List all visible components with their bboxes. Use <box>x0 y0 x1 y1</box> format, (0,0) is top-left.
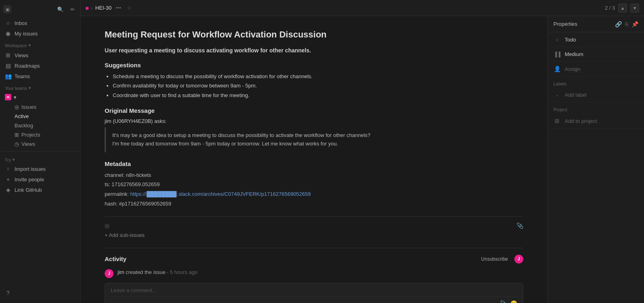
sidebar: ▣ 🔍 ✏ ○ Inbox ◉ My issues Workspace ▾ ⊞ … <box>0 0 80 303</box>
search-icon[interactable]: 🔍 <box>56 5 65 14</box>
sidebar-try-label[interactable]: Try ▾ <box>0 154 80 164</box>
suggestion-item: Schedule a meeting to discuss the possib… <box>113 73 523 81</box>
views-icon: ⊞ <box>5 52 11 58</box>
sidebar-item-inbox[interactable]: ○ Inbox <box>0 18 80 28</box>
sidebar-workspace-label[interactable]: Workspace ▾ <box>0 39 80 49</box>
sub-issues-area: ◎ 📎 <box>105 216 523 229</box>
metadata-permalink: permalink: https://████████.slack.com/ar… <box>105 190 523 199</box>
star-icon[interactable]: ☆ <box>125 4 134 12</box>
sidebar-header-icons: 🔍 ✏ <box>56 5 77 14</box>
github-icon: ◈ <box>5 187 11 193</box>
issue-body: Meeting Request for Workflow Activation … <box>80 16 547 303</box>
main-area: ■ › HEI-30 ••• ☆ 2 / 3 ▲ ▼ Meeting Reque… <box>80 0 644 303</box>
unsubscribe-button[interactable]: Unsubscribe <box>478 255 511 263</box>
comment-emoji-icon[interactable]: 😊 <box>510 300 517 303</box>
property-priority[interactable]: ▐▐ Medium <box>548 47 644 62</box>
sidebar-sub-issues[interactable]: ◎ Issues <box>0 102 80 112</box>
sidebar-sub-views[interactable]: ◷ Views <box>0 139 80 149</box>
breadcrumb-separator: › <box>91 5 93 11</box>
comment-footer: 📎 😊 <box>111 297 517 303</box>
sidebar-nav-section: ○ Inbox ◉ My issues <box>0 17 80 39</box>
priority-value: Medium <box>565 51 583 57</box>
permalink-link[interactable]: https://████████.slack.com/archives/C074… <box>130 191 311 197</box>
sidebar-item-roadmaps[interactable]: ▤ Roadmaps <box>0 60 80 71</box>
topbar-actions: 2 / 3 ▲ ▼ <box>605 4 639 12</box>
metadata-channel: channel: n8n-tickets <box>105 171 523 180</box>
projects-sub-icon: ⊞ <box>14 132 19 138</box>
sidebar-item-label: Views <box>14 52 28 58</box>
add-to-project-value: Add to project <box>565 118 597 124</box>
invite-icon: + <box>5 176 11 183</box>
labels-section-label: Labels <box>548 77 644 88</box>
my-issues-icon: ◉ <box>5 30 11 37</box>
breadcrumb-current: HEI-30 <box>95 5 111 11</box>
add-label-value: Add label <box>565 92 586 98</box>
sidebar-sub-backlog[interactable]: Backlog <box>0 121 80 130</box>
panel-header: Properties 🔗 ⎘ 📌 <box>548 16 644 32</box>
views-sub-icon: ◷ <box>14 141 19 147</box>
status-value: Todo <box>565 37 576 43</box>
sidebar-item-label: Roadmaps <box>14 63 40 69</box>
panel-header-icons: 🔗 ⎘ 📌 <box>615 21 638 27</box>
suggestion-item: Coordinate with user to find a suitable … <box>113 91 523 100</box>
property-add-to-project[interactable]: ⊞ Add to project <box>548 114 644 129</box>
metadata-ts: ts: 1716276569.052659 <box>105 181 523 189</box>
add-sub-issues-button[interactable]: + Add sub-issues <box>105 229 523 241</box>
sidebar-item-link-github[interactable]: ◈ Link GitHub <box>0 185 80 195</box>
sidebar-item-teams[interactable]: 👥 Teams <box>0 71 80 81</box>
panel-link-icon[interactable]: 🔗 <box>615 21 622 27</box>
message-attribution: jim (U06RYH4EZ0B) asks: <box>105 118 523 124</box>
comment-attach-icon[interactable]: 📎 <box>500 300 507 303</box>
issue-subtitle: User requesting a meeting to discuss act… <box>105 47 523 54</box>
sidebar-item-label: Teams <box>14 73 30 79</box>
activity-title: Activity <box>105 255 126 262</box>
panel-copy-icon[interactable]: ⎘ <box>625 21 628 27</box>
metadata-section: channel: n8n-tickets ts: 1716276569.0526… <box>105 171 523 208</box>
app-logo: ▣ <box>3 5 11 13</box>
help-icon: ? <box>5 290 11 296</box>
suggestions-list: Schedule a meeting to discuss the possib… <box>105 73 523 100</box>
compose-icon[interactable]: ✏ <box>68 5 77 14</box>
property-assign[interactable]: 👤 Assign <box>548 62 644 77</box>
sidebar-item-help[interactable]: ? <box>0 288 80 298</box>
property-status[interactable]: ○ Todo <box>548 32 644 47</box>
content-area: Meeting Request for Workflow Activation … <box>80 16 644 303</box>
nav-down-button[interactable]: ▼ <box>630 4 639 12</box>
issue-title: Meeting Request for Workflow Activation … <box>105 29 523 41</box>
panel-pin-icon[interactable]: 📌 <box>632 21 638 27</box>
sidebar-team-item[interactable]: H ▾ <box>0 92 80 102</box>
sidebar-sub-projects[interactable]: ⊞ Projects <box>0 130 80 139</box>
sub-issues-icon: ◎ <box>105 222 109 229</box>
sidebar-item-label: Inbox <box>14 20 27 26</box>
metadata-heading: Metadata <box>105 160 523 167</box>
activity-header-right: Unsubscribe J <box>478 255 523 264</box>
breadcrumb: ■ › HEI-30 ••• ☆ <box>85 4 134 12</box>
properties-panel: Properties 🔗 ⎘ 📌 ○ Todo ▐▐ Medium 👤 Assi… <box>547 16 644 303</box>
sidebar-sub-active[interactable]: Active <box>0 112 80 121</box>
sidebar-item-invite-people[interactable]: + Invite people <box>0 174 80 185</box>
panel-title: Properties <box>553 21 577 27</box>
activity-user-avatar: J <box>105 269 114 278</box>
nav-counter: 2 / 3 <box>605 5 615 11</box>
app-icon-small: ■ <box>85 5 89 11</box>
sidebar-your-teams-label[interactable]: Your teams ▾ <box>0 82 80 92</box>
property-add-label[interactable]: ⬩ Add label <box>548 88 644 102</box>
assign-icon: 👤 <box>553 66 561 72</box>
issues-sub-icon: ◎ <box>14 104 19 110</box>
suggestion-item: Confirm availability for today or tomorr… <box>113 82 523 90</box>
sidebar-bottom: ? <box>0 286 80 300</box>
teams-icon: 👥 <box>5 73 11 79</box>
current-user-avatar: J <box>514 255 523 264</box>
attach-icon[interactable]: 📎 <box>516 222 523 229</box>
sidebar-item-my-issues[interactable]: ◉ My issues <box>0 28 80 39</box>
sidebar-item-import-issues[interactable]: ↑ Import issues <box>0 164 80 174</box>
import-icon: ↑ <box>5 166 11 172</box>
inbox-icon: ○ <box>5 20 11 26</box>
sidebar-top: ▣ 🔍 ✏ <box>0 3 80 17</box>
comment-input[interactable]: Leave a comment... 📎 😊 <box>105 283 523 303</box>
nav-up-button[interactable]: ▲ <box>618 4 627 12</box>
sidebar-item-views[interactable]: ⊞ Views <box>0 50 80 60</box>
sidebar-item-label: My issues <box>14 31 38 37</box>
more-options-icon[interactable]: ••• <box>114 4 123 12</box>
label-icon: ⬩ <box>553 93 561 98</box>
